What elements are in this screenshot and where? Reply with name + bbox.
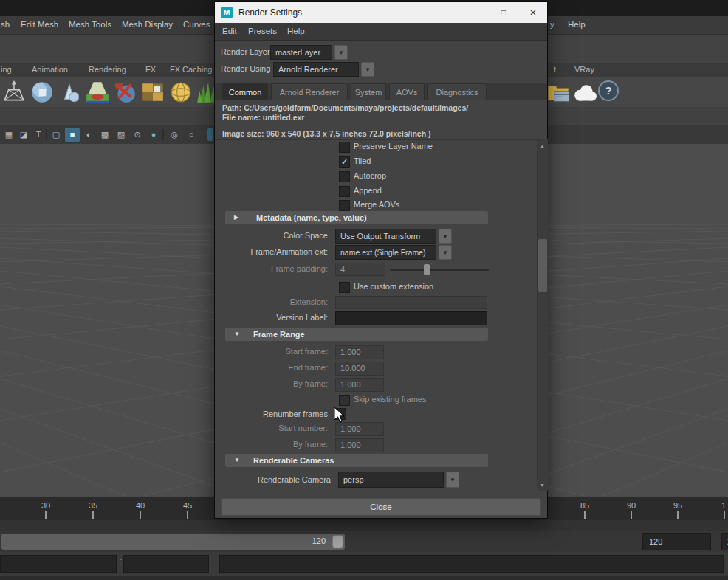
end-frame-field[interactable]: 10.000 [335, 362, 384, 376]
merge-aovs-label: Merge AOVs [354, 200, 399, 209]
tab-aovs[interactable]: AOVs [389, 83, 425, 100]
range-end-handle[interactable] [332, 535, 343, 548]
shelf-tab-animation[interactable]: Animation [32, 65, 68, 74]
menu-curves[interactable]: Curves [183, 20, 210, 29]
use-custom-extension-checkbox[interactable] [339, 282, 350, 293]
frame-padding-slider-track[interactable] [390, 269, 489, 271]
film-gate-icon[interactable]: ▦ [1, 128, 16, 142]
ambient-occlusion-icon[interactable]: ○ [184, 128, 199, 142]
scroll-down-icon[interactable]: ▼ [537, 480, 548, 491]
playback-end-field[interactable]: 120 [642, 533, 711, 550]
project-folder-icon[interactable] [546, 80, 571, 105]
dialog-menu-help[interactable]: Help [287, 27, 305, 35]
tab-system[interactable]: System [351, 83, 386, 100]
cloud-icon[interactable] [572, 81, 597, 106]
scroll-up-icon[interactable]: ▲ [537, 141, 548, 151]
timeline-tick [724, 511, 725, 519]
dialog-menu-presets[interactable]: Presets [248, 27, 277, 35]
frame-ext-dropdown[interactable]: name.ext (Single Frame) [335, 245, 436, 260]
poly-sphere-icon[interactable] [30, 80, 55, 105]
shelf-tab-rendering[interactable]: Rendering [89, 65, 126, 74]
interactive-groom-icon[interactable] [112, 80, 137, 105]
divider [215, 139, 547, 140]
render-settings-dialog: M Render Settings — □ × Edit Presets Hel… [214, 1, 548, 519]
clipped-toolbar-icon[interactable] [207, 128, 213, 141]
shelf-tab-vray[interactable]: VRay [574, 65, 594, 74]
help-line-field [219, 555, 724, 573]
help-circle-icon[interactable]: ? [598, 80, 619, 101]
menu-mesh-display[interactable]: Mesh Display [122, 20, 173, 29]
shelf-tab-rigging[interactable]: ing [1, 65, 12, 74]
tab-common[interactable]: Common [222, 83, 268, 100]
color-space-dropdown-arrow-icon[interactable]: ▼ [439, 229, 452, 244]
color-space-dropdown[interactable]: Use Output Transform [335, 229, 436, 244]
checker-cube-icon[interactable] [140, 80, 165, 105]
render-using-dropdown-arrow-icon[interactable]: ▼ [361, 62, 374, 77]
maximize-button[interactable]: □ [491, 2, 516, 23]
field-chart-icon[interactable]: T [31, 128, 46, 142]
cone-sphere-icon[interactable] [58, 80, 83, 105]
renderable-cameras-section-header[interactable]: ▼ Renderable Cameras [225, 454, 488, 467]
scale-plane-icon[interactable] [1, 80, 27, 105]
command-result-field[interactable] [123, 555, 209, 573]
command-line-row: ⋮ [0, 552, 728, 576]
start-frame-label: Start frame: [215, 347, 328, 356]
close-button[interactable]: Close [221, 498, 541, 516]
scrollbar-thumb[interactable] [538, 239, 547, 292]
material-mode-icon[interactable]: ◐ [81, 128, 96, 142]
range-slider-bar[interactable]: 120 [1, 534, 345, 550]
tab-arnold-renderer[interactable]: Arnold Renderer [271, 83, 348, 100]
minimize-button[interactable]: — [457, 2, 482, 23]
frame-padding-field[interactable]: 4 [335, 263, 385, 276]
tab-diagnostics[interactable]: Diagnostics [427, 83, 487, 100]
preserve-layer-name-label: Preserve Layer Name [354, 142, 433, 151]
command-line-input[interactable] [0, 555, 117, 573]
by-frame2-field[interactable]: 1.000 [335, 438, 384, 452]
wireframe-icon[interactable]: ▢ [49, 128, 63, 142]
textured-mode-icon[interactable]: ▩ [97, 128, 112, 142]
renderable-camera-dropdown-arrow-icon[interactable]: ▼ [446, 472, 459, 488]
merge-aovs-checkbox[interactable] [339, 200, 350, 211]
frame-ext-dropdown-arrow-icon[interactable]: ▼ [439, 245, 452, 260]
menu-mesh[interactable]: sh [1, 20, 10, 29]
animation-end-field[interactable]: 20 [721, 533, 728, 550]
dialog-menu-edit[interactable]: Edit [222, 27, 237, 35]
checker-mode-icon[interactable]: ▨ [114, 128, 128, 142]
version-label-field[interactable] [335, 311, 487, 325]
menu-edit-mesh[interactable]: Edit Mesh [21, 20, 58, 29]
shelf-tab-fx-caching[interactable]: FX Caching [170, 65, 212, 74]
timeline-tick-label: 1 [715, 501, 728, 510]
spotlight-icon[interactable] [85, 80, 110, 105]
menu-mesh-tools[interactable]: Mesh Tools [69, 20, 111, 29]
resolution-gate-icon[interactable]: ◪ [16, 128, 31, 142]
dialog-scrollbar[interactable] [537, 139, 548, 491]
color-space-label: Color Space [215, 231, 328, 240]
render-using-dropdown[interactable]: Arnold Renderer [273, 62, 359, 77]
extension-field[interactable] [335, 296, 487, 309]
wire-sphere-icon[interactable] [168, 80, 193, 105]
metadata-section-header[interactable]: ▶ Metadata (name, type, value) [225, 211, 488, 224]
timeline-tick-label: 85 [576, 501, 594, 510]
default-light-icon[interactable]: ● [146, 128, 161, 142]
shadows-icon[interactable]: ◎ [167, 128, 182, 142]
lighting-icon[interactable]: ⊙ [130, 128, 145, 142]
close-window-button[interactable]: × [519, 2, 547, 23]
frame-padding-slider-handle[interactable] [424, 264, 430, 275]
tiled-checkbox[interactable]: ✓ [339, 156, 350, 168]
by-frame-field[interactable]: 1.000 [335, 378, 384, 392]
autocrop-checkbox[interactable] [339, 171, 350, 182]
render-layer-dropdown-arrow-icon[interactable]: ▼ [334, 45, 348, 60]
menu-clipped[interactable]: y [550, 20, 554, 29]
frame-range-section-header[interactable]: ▼ Frame Range [225, 328, 488, 341]
renderable-camera-dropdown[interactable]: persp [338, 472, 444, 488]
shelf-tab-clipped[interactable]: t [554, 65, 556, 74]
append-checkbox[interactable] [339, 186, 350, 197]
render-layer-dropdown[interactable]: masterLayer [270, 45, 332, 60]
shaded-mode-icon[interactable]: ■ [65, 128, 80, 142]
skip-existing-frames-checkbox[interactable] [339, 395, 350, 406]
dialog-titlebar[interactable]: M Render Settings — □ × [215, 2, 547, 23]
shelf-tab-fx[interactable]: FX [145, 65, 156, 74]
preserve-layer-name-checkbox[interactable] [339, 142, 350, 153]
start-frame-field[interactable]: 1.000 [335, 345, 384, 359]
menu-help[interactable]: Help [568, 20, 586, 29]
